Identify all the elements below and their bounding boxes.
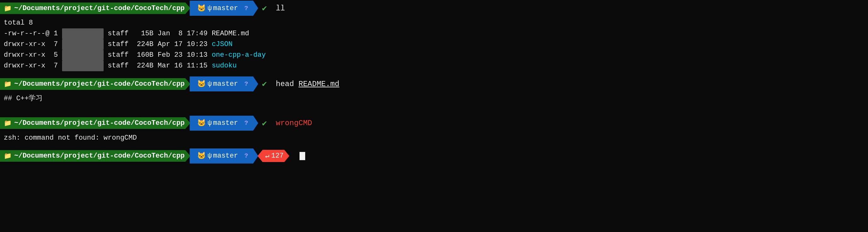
last-prompt-section: 📁 ~/Documents/project/git-code/CocoTech/…	[0, 148, 868, 164]
question-badge-ll: ?	[241, 2, 252, 14]
branch-name-ll: master	[213, 4, 238, 12]
exit-arrow-icon: ↵	[265, 152, 269, 160]
git-branch-icon-2: ψ	[208, 80, 212, 88]
git-cat-icon-2: 🐱	[197, 80, 206, 88]
git-cat-icon-3: 🐱	[197, 119, 206, 127]
output-cpp-heading: ## C++学习	[4, 93, 868, 104]
folder-icon-3: 📁	[4, 119, 12, 127]
wrong-section: 📁 ~/Documents/project/git-code/CocoTech/…	[0, 115, 868, 145]
path-text-wrong: ~/Documents/project/git-code/CocoTech/cp…	[14, 119, 185, 127]
prompt-line-last: 📁 ~/Documents/project/git-code/CocoTech/…	[0, 148, 868, 164]
branch-name-wrong: master	[213, 119, 238, 127]
path-text-head: ~/Documents/project/git-code/CocoTech/cp…	[14, 80, 185, 88]
command-wrong: wrongCMD	[271, 119, 312, 127]
command-arg-readme: README.md	[299, 80, 340, 88]
git-branch-icon-3: ψ	[208, 119, 212, 127]
path-text-last: ~/Documents/project/git-code/CocoTech/cp…	[14, 152, 185, 160]
prompt-line-ll: 📁 ~/Documents/project/git-code/CocoTech/…	[0, 0, 868, 17]
exit-code-value: 127	[271, 152, 284, 160]
output-zsh-error: zsh: command not found: wrongCMD	[4, 133, 868, 143]
prompt-line-head: 📁 ~/Documents/project/git-code/CocoTech/…	[0, 76, 868, 92]
link-sudoku: sudoku	[212, 62, 237, 70]
git-cat-icon: 🐱	[197, 4, 206, 12]
output-one-cpp: drwxr-xr-x 5 staff 160B Feb 23 10:13 one…	[4, 50, 868, 60]
ll-output: total 8 -rw-r--r--@ 1 staff 15B Jan 8 17…	[0, 17, 868, 72]
branch-name-last: master	[213, 152, 238, 160]
output-cjson: drwxr-xr-x 7 staff 224B Apr 17 10:23 cJS…	[4, 39, 868, 50]
prompt-line-wrong: 📁 ~/Documents/project/git-code/CocoTech/…	[0, 115, 868, 132]
git-branch-icon-4: ψ	[208, 152, 212, 160]
redacted-user-2	[62, 39, 104, 50]
redacted-user-4	[62, 60, 104, 71]
status-check-ll: ✔	[262, 3, 267, 13]
status-check-wrong: ✔	[262, 118, 267, 128]
command-ll: ll	[271, 4, 285, 12]
prompt-path-ll: 📁 ~/Documents/project/git-code/CocoTech/…	[0, 2, 190, 14]
head-section: 📁 ~/Documents/project/git-code/CocoTech/…	[0, 76, 868, 105]
branch-name-head: master	[213, 80, 238, 88]
folder-icon-4: 📁	[4, 152, 12, 160]
prompt-git-last: 🐱 ψ master ?	[190, 148, 258, 164]
link-one-cpp: one-cpp-a-day	[212, 51, 266, 59]
status-check-head: ✔	[262, 79, 267, 89]
output-sudoku: drwxr-xr-x 7 staff 224B Mar 16 11:15 sud…	[4, 60, 868, 71]
wrong-output: zsh: command not found: wrongCMD	[0, 132, 868, 145]
redacted-user-3	[62, 50, 104, 60]
question-badge-wrong: ?	[241, 118, 252, 129]
head-output: ## C++学习	[0, 92, 868, 105]
prompt-path-last: 📁 ~/Documents/project/git-code/CocoTech/…	[0, 150, 190, 162]
prompt-git-ll: 🐱 ψ master ?	[190, 1, 258, 16]
prompt-path-head: 📁 ~/Documents/project/git-code/CocoTech/…	[0, 78, 190, 90]
terminal: 📁 ~/Documents/project/git-code/CocoTech/…	[0, 0, 868, 232]
git-cat-icon-4: 🐱	[197, 152, 206, 160]
prompt-git-head: 🐱 ψ master ?	[190, 76, 258, 91]
exit-code-badge: ↵ 127	[258, 150, 289, 162]
link-cjson: cJSON	[212, 40, 232, 48]
terminal-cursor	[300, 152, 305, 160]
redacted-user-1	[62, 28, 104, 39]
prompt-path-wrong: 📁 ~/Documents/project/git-code/CocoTech/…	[0, 117, 190, 129]
command-head: head README.md	[271, 80, 339, 88]
ll-section: 📁 ~/Documents/project/git-code/CocoTech/…	[0, 0, 868, 72]
prompt-git-wrong: 🐱 ψ master ?	[190, 116, 258, 131]
output-total: total 8	[4, 18, 868, 28]
command-last	[294, 152, 305, 160]
question-badge-last: ?	[241, 150, 252, 162]
git-branch-icon: ψ	[208, 4, 212, 12]
path-text: ~/Documents/project/git-code/CocoTech/cp…	[14, 4, 185, 12]
folder-icon: 📁	[4, 4, 12, 12]
question-badge-head: ?	[241, 78, 252, 89]
output-readme: -rw-r--r--@ 1 staff 15B Jan 8 17:49 READ…	[4, 28, 868, 39]
folder-icon-2: 📁	[4, 80, 12, 88]
